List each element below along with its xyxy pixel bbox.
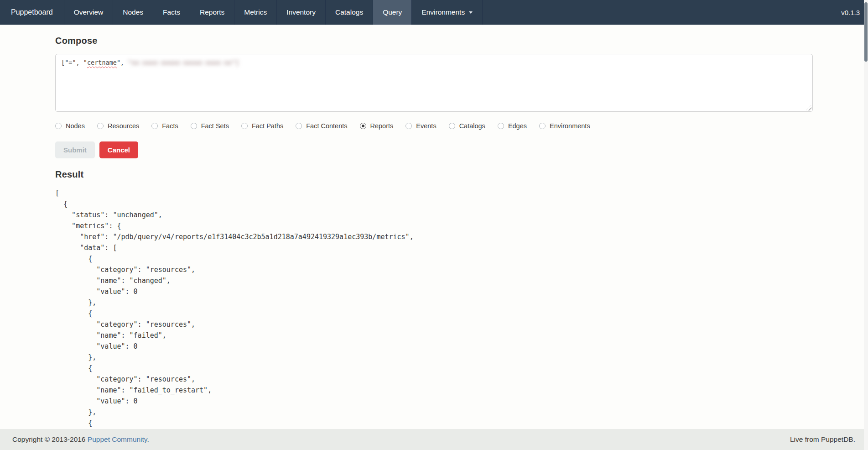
query-text-prefix: ["=", "	[61, 59, 87, 66]
endpoint-radio-label: Facts	[162, 122, 178, 130]
endpoint-radio-edges[interactable]: Edges	[498, 122, 527, 130]
chevron-down-icon	[469, 11, 473, 14]
endpoint-radio-resources[interactable]: Resources	[97, 122, 139, 130]
live-from-puppetdb-text: Live from PuppetDB.	[790, 435, 855, 444]
result-heading: Result	[55, 169, 813, 180]
nav-item-label: Catalogs	[335, 8, 363, 16]
endpoint-radio-catalogs[interactable]: Catalogs	[449, 122, 485, 130]
endpoint-radio-label: Nodes	[66, 122, 85, 130]
endpoint-radio-label: Events	[416, 122, 436, 130]
query-text-certname: certname	[87, 59, 117, 66]
copyright-prefix: Copyright © 2013-2016	[12, 435, 88, 443]
puppet-community-link[interactable]: Puppet Community	[88, 435, 147, 443]
nav-item-nodes[interactable]: Nodes	[113, 0, 153, 25]
radio-button-icon[interactable]	[539, 123, 546, 129]
nav-item-facts[interactable]: Facts	[153, 0, 190, 25]
nav-item-label: Nodes	[123, 8, 143, 16]
nav-item-query[interactable]: Query	[373, 0, 412, 25]
query-text-redacted: "xx-xxxx-xxxxx-xxxxx-xxxx-xx"]	[128, 59, 239, 66]
submit-button[interactable]: Submit	[55, 141, 95, 158]
endpoint-radio-label: Fact Paths	[252, 122, 283, 130]
endpoint-radio-label: Resources	[108, 122, 139, 130]
radio-button-icon[interactable]	[449, 123, 455, 129]
endpoint-radio-label: Catalogs	[459, 122, 485, 130]
radio-button-icon[interactable]	[241, 123, 248, 129]
copyright-text: Copyright © 2013-2016 Puppet Community.	[12, 435, 149, 444]
textarea-resize-grip[interactable]	[806, 105, 811, 110]
nav-item-metrics[interactable]: Metrics	[234, 0, 277, 25]
endpoint-radio-nodes[interactable]: Nodes	[55, 122, 85, 130]
compose-heading: Compose	[55, 36, 813, 46]
radio-button-icon[interactable]	[151, 123, 158, 129]
form-actions: Submit Cancel	[55, 141, 813, 158]
endpoint-radio-fact-sets[interactable]: Fact Sets	[191, 122, 229, 130]
result-json-output: [ { "status": "unchanged", "metrics": { …	[55, 188, 813, 440]
navbar-items: OverviewNodesFactsReportsMetricsInventor…	[64, 0, 483, 25]
endpoint-radio-events[interactable]: Events	[405, 122, 436, 130]
top-navbar: Puppetboard OverviewNodesFactsReportsMet…	[0, 0, 868, 25]
endpoint-radio-reports[interactable]: Reports	[360, 122, 394, 130]
endpoint-radio-label: Reports	[370, 122, 394, 130]
cancel-button[interactable]: Cancel	[99, 141, 138, 158]
radio-button-icon[interactable]	[191, 123, 197, 129]
radio-button-icon[interactable]	[55, 123, 62, 129]
nav-item-overview[interactable]: Overview	[64, 0, 114, 25]
radio-button-icon[interactable]	[360, 123, 366, 129]
vertical-scrollbar[interactable]	[864, 0, 868, 450]
nav-item-label: Facts	[163, 8, 180, 16]
radio-button-icon[interactable]	[405, 123, 412, 129]
page-footer: Copyright © 2013-2016 Puppet Community. …	[0, 429, 868, 450]
endpoint-radio-fact-contents[interactable]: Fact Contents	[296, 122, 347, 130]
nav-item-label: Inventory	[286, 8, 316, 16]
nav-item-label: Overview	[74, 8, 104, 16]
endpoint-radio-label: Environments	[550, 122, 590, 130]
nav-item-reports[interactable]: Reports	[190, 0, 234, 25]
endpoint-radio-label: Fact Contents	[306, 122, 347, 130]
scrollbar-thumb[interactable]	[864, 2, 868, 62]
nav-item-label: Reports	[200, 8, 224, 16]
version-label: v0.1.3	[833, 0, 868, 25]
nav-item-label: Query	[383, 8, 402, 16]
navbar-brand[interactable]: Puppetboard	[0, 0, 64, 25]
navbar-spacer	[483, 0, 833, 25]
nav-item-label: Metrics	[244, 8, 267, 16]
radio-button-icon[interactable]	[97, 123, 104, 129]
copyright-suffix: .	[147, 435, 149, 443]
endpoint-radio-environments[interactable]: Environments	[539, 122, 590, 130]
query-textarea[interactable]: ["=", "certname", "xx-xxxx-xxxxx-xxxxx-x…	[55, 54, 813, 112]
nav-item-inventory[interactable]: Inventory	[277, 0, 326, 25]
main-content: Compose ["=", "certname", "xx-xxxx-xxxxx…	[0, 36, 868, 440]
nav-item-environments[interactable]: Environments	[412, 0, 483, 25]
endpoint-radio-label: Fact Sets	[201, 122, 229, 130]
nav-item-label: Environments	[421, 8, 465, 16]
endpoint-radio-fact-paths[interactable]: Fact Paths	[241, 122, 283, 130]
endpoint-radio-label: Edges	[508, 122, 527, 130]
radio-button-icon[interactable]	[296, 123, 302, 129]
endpoint-radio-facts[interactable]: Facts	[151, 122, 178, 130]
nav-item-catalogs[interactable]: Catalogs	[326, 0, 373, 25]
query-text-mid: ",	[117, 59, 128, 66]
endpoint-radio-group: NodesResourcesFactsFact SetsFact PathsFa…	[55, 122, 813, 130]
radio-button-icon[interactable]	[498, 123, 504, 129]
